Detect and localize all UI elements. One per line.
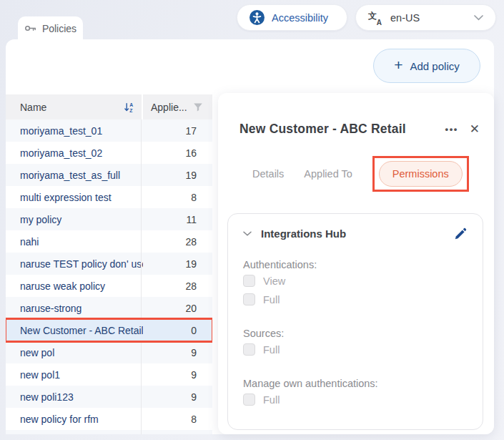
table-row[interactable]: naruse TEST policy don' use19 bbox=[6, 253, 212, 275]
locale-select[interactable]: 文 A en-US bbox=[355, 4, 496, 31]
table-row[interactable]: moriyama_test_0216 bbox=[6, 142, 212, 164]
table-row[interactable]: my policy11 bbox=[6, 208, 212, 230]
column-header-name: Name A Z bbox=[6, 94, 142, 119]
permission-section: Manage own authentications:Full bbox=[243, 378, 468, 408]
table-header: Name A Z Applie... bbox=[6, 94, 212, 119]
applied-count: 9 bbox=[143, 369, 212, 381]
policy-name-link[interactable]: new pol bbox=[6, 347, 143, 358]
applied-count: 19 bbox=[143, 258, 212, 270]
integrations-hub-header: Integrations Hub bbox=[243, 227, 468, 240]
integrations-hub-card: Integrations Hub Authentications:ViewFul… bbox=[227, 213, 483, 430]
filter-icon[interactable] bbox=[193, 102, 203, 112]
table-row[interactable]: naruse weak policy28 bbox=[6, 275, 212, 297]
policy-name-link[interactable]: nahi bbox=[6, 236, 143, 248]
policy-name-link[interactable]: naruse TEST policy don' use bbox=[6, 258, 143, 270]
applied-count: 17 bbox=[143, 125, 212, 137]
tab-applied-to[interactable]: Applied To bbox=[304, 168, 352, 180]
table-row[interactable]: new pol19 bbox=[6, 363, 212, 386]
tab-policies[interactable]: Policies bbox=[18, 16, 83, 40]
applied-count: 28 bbox=[143, 280, 212, 292]
name-header-label: Name bbox=[20, 102, 46, 113]
plus-icon: + bbox=[394, 57, 402, 74]
policy-name-link[interactable]: new policy for rfm bbox=[6, 414, 143, 425]
checkbox-label: Full bbox=[263, 344, 280, 356]
checkbox-full[interactable] bbox=[243, 293, 255, 305]
edit-pencil-icon[interactable] bbox=[454, 227, 468, 240]
table-row[interactable]: moriyama_test_as_full19 bbox=[6, 164, 212, 186]
applied-count: 28 bbox=[143, 236, 212, 248]
section-label: Manage own authentications: bbox=[243, 378, 468, 389]
table-row[interactable]: new pol9 bbox=[6, 341, 212, 363]
applied-count: 9 bbox=[143, 391, 212, 403]
applied-count: 8 bbox=[143, 414, 212, 425]
tab-policies-label: Policies bbox=[42, 23, 76, 34]
section-label: Sources: bbox=[243, 328, 468, 339]
policy-name-link[interactable]: New Customer - ABC Retail bbox=[6, 325, 143, 336]
applied-count: 9 bbox=[143, 347, 212, 358]
policy-name-link[interactable]: naruse-strong bbox=[6, 303, 143, 314]
applied-count: 11 bbox=[143, 214, 212, 225]
checkbox-option[interactable]: Full bbox=[243, 341, 468, 358]
applied-count: 0 bbox=[143, 325, 212, 336]
svg-text:A: A bbox=[129, 102, 133, 107]
table-row[interactable]: moriyama_test_0117 bbox=[6, 119, 212, 142]
policy-name-link[interactable]: moriyama_test_01 bbox=[6, 125, 143, 137]
chevron-down-icon bbox=[474, 15, 483, 21]
table-row[interactable]: new poli1239 bbox=[6, 386, 212, 408]
chevron-down-icon[interactable] bbox=[243, 231, 252, 237]
applied-count: 8 bbox=[143, 192, 212, 203]
panel-title: New Customer - ABC Retail bbox=[239, 122, 406, 137]
accessibility-icon bbox=[249, 10, 265, 25]
policy-name-link[interactable]: moriyama_test_as_full bbox=[6, 170, 143, 181]
policy-name-link[interactable]: my policy bbox=[6, 214, 143, 225]
tab-permissions[interactable]: Permissions bbox=[379, 161, 463, 187]
applied-count: 16 bbox=[143, 147, 212, 159]
panel-actions: ••• ✕ bbox=[445, 122, 480, 137]
translate-icon: 文 A bbox=[368, 11, 382, 25]
content-card: + Add policy Name A Z Applie... bbox=[6, 39, 494, 434]
checkbox-option[interactable]: Full bbox=[243, 291, 468, 308]
add-policy-label: Add policy bbox=[410, 60, 460, 72]
topbar-actions: Accessibility 文 A en-US bbox=[237, 4, 496, 31]
policy-name-link[interactable]: moriyama_test_02 bbox=[6, 147, 143, 159]
table-body: moriyama_test_0117moriyama_test_0216mori… bbox=[6, 119, 212, 430]
key-icon bbox=[24, 22, 36, 34]
accessibility-label: Accessibility bbox=[272, 12, 328, 24]
checkbox-label: Full bbox=[263, 394, 280, 406]
svg-text:Z: Z bbox=[129, 107, 132, 112]
policy-name-link[interactable]: new pol1 bbox=[6, 369, 143, 381]
policy-name-link[interactable]: multi expression test bbox=[6, 192, 143, 203]
table-row[interactable]: nahi28 bbox=[6, 230, 212, 253]
close-icon[interactable]: ✕ bbox=[470, 122, 480, 137]
checkbox-full[interactable] bbox=[243, 393, 255, 406]
more-menu-icon[interactable]: ••• bbox=[445, 124, 458, 135]
table-row[interactable]: new policy for rfm8 bbox=[6, 408, 212, 430]
permission-section: Sources:Full bbox=[243, 328, 468, 358]
page-background: Accessibility 文 A en-US Policies bbox=[0, 0, 504, 440]
permission-section: Authentications:ViewFull bbox=[243, 259, 468, 308]
table-row[interactable]: New Customer - ABC Retail0 bbox=[6, 319, 212, 341]
add-policy-button[interactable]: + Add policy bbox=[373, 49, 480, 83]
partial-next-row bbox=[6, 430, 212, 434]
checkbox-full[interactable] bbox=[243, 343, 255, 356]
tab-details[interactable]: Details bbox=[252, 168, 284, 180]
policies-table: Name A Z Applie... bbox=[6, 94, 212, 434]
checkbox-label: Full bbox=[263, 294, 280, 305]
table-row[interactable]: multi expression test8 bbox=[6, 186, 212, 208]
annotation-box-permissions: Permissions bbox=[372, 156, 469, 192]
policy-name-link[interactable]: naruse weak policy bbox=[6, 280, 143, 292]
checkbox-label: View bbox=[263, 275, 285, 287]
column-header-applied: Applie... bbox=[143, 94, 212, 119]
sort-icon[interactable]: A Z bbox=[124, 102, 135, 113]
applied-header-label: Applie... bbox=[151, 102, 187, 113]
column-divider bbox=[141, 119, 142, 434]
checkbox-option[interactable]: View bbox=[243, 273, 468, 289]
policy-name-link[interactable]: new poli123 bbox=[6, 391, 143, 403]
permissions-sections: Authentications:ViewFullSources:FullMana… bbox=[243, 259, 468, 408]
applied-count: 20 bbox=[143, 303, 212, 314]
accessibility-button[interactable]: Accessibility bbox=[237, 4, 347, 31]
checkbox-view[interactable] bbox=[243, 275, 255, 287]
locale-value: en-US bbox=[390, 12, 420, 24]
table-row[interactable]: naruse-strong20 bbox=[6, 297, 212, 319]
checkbox-option[interactable]: Full bbox=[243, 391, 468, 408]
